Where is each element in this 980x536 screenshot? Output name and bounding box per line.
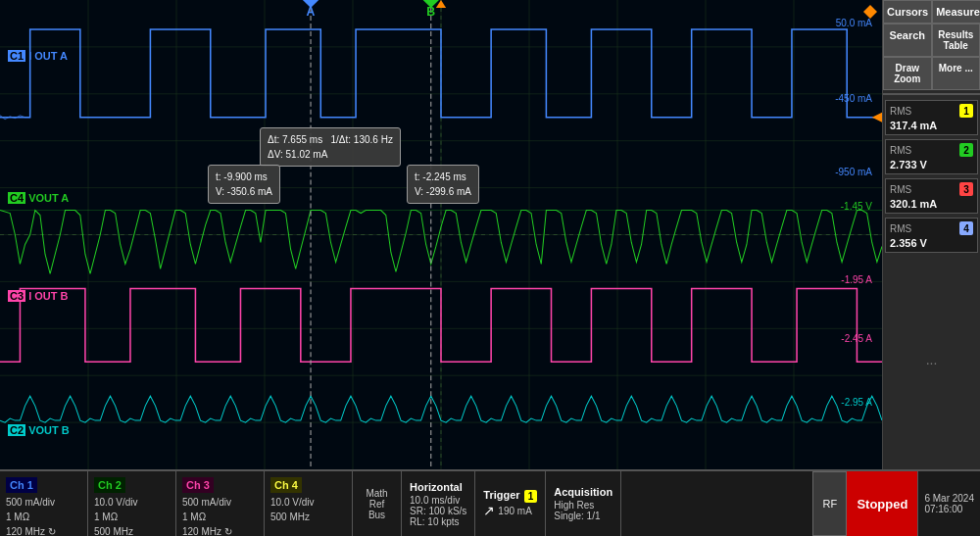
waveform-display: A B bbox=[0, 0, 882, 469]
ch3-name: I OUT B bbox=[28, 290, 68, 302]
trigger-badge: 1 bbox=[524, 490, 538, 503]
scale-145v: -1.45 V bbox=[841, 201, 872, 212]
panel-divider bbox=[883, 93, 980, 95]
rf-button[interactable]: RF bbox=[812, 471, 847, 536]
main-layout: A B C1 I OUT A C4 VOUT A C3 I OUT B C2 V… bbox=[0, 0, 980, 469]
trigger-value: 190 mA bbox=[498, 506, 531, 516]
ch1-label: C1 I OUT A bbox=[5, 49, 71, 63]
search-button[interactable]: Search bbox=[883, 24, 932, 57]
third-button-row: DrawZoom More ... bbox=[883, 57, 980, 90]
meas3-value: 320.1 mA bbox=[890, 198, 973, 210]
meas3-type: RMS bbox=[890, 184, 911, 195]
panel-dots: ··· bbox=[883, 255, 980, 469]
ch1-vdiv: 500 mA/div bbox=[6, 495, 81, 510]
top-button-row: Cursors Measure bbox=[883, 0, 980, 24]
datetime-display: 6 Mar 2024 07:16:00 bbox=[917, 471, 980, 536]
results-table-button[interactable]: ResultsTable bbox=[932, 24, 981, 57]
ch3-id: C3 bbox=[8, 290, 25, 302]
ch1-impedance: 1 MΩ bbox=[6, 510, 81, 524]
meas2-box: RMS 2 2.733 V bbox=[885, 139, 978, 174]
scale-450ma: -450 mA bbox=[835, 93, 872, 104]
stopped-label: Stopped bbox=[857, 497, 907, 512]
bottom-spacer bbox=[621, 471, 812, 536]
meas1-box: RMS 1 317.4 mA bbox=[885, 100, 978, 135]
ch4-vdiv: 10.0 V/div bbox=[270, 495, 346, 510]
trigger-title: Trigger bbox=[483, 489, 519, 501]
meas4-value: 2.356 V bbox=[890, 237, 973, 249]
ch1-bw: 120 MHz ↻ bbox=[6, 524, 81, 536]
trigger-arrow-icon: ↗ bbox=[483, 503, 495, 518]
ch4-header: Ch 4 bbox=[270, 477, 302, 493]
ch2-vdiv: 10.0 V/div bbox=[94, 495, 170, 510]
meas3-box: RMS 3 320.1 mA bbox=[885, 178, 978, 214]
horizontal-title: Horizontal bbox=[410, 481, 466, 493]
ch4-label: C4 VOUT A bbox=[5, 191, 72, 205]
trigger-arrow-row: ↗ 190 mA bbox=[483, 503, 537, 518]
ch4-id: C4 bbox=[8, 192, 25, 204]
ch4-info[interactable]: Ch 4 10.0 V/div 500 MHz bbox=[265, 471, 353, 536]
ch2-info[interactable]: Ch 2 10.0 V/div 1 MΩ 500 MHz bbox=[88, 471, 176, 536]
scale-245a: -2.45 A bbox=[841, 333, 872, 344]
ch4-bw: 500 MHz bbox=[270, 510, 346, 524]
ch1-name: I OUT A bbox=[28, 50, 68, 62]
ch4-name: VOUT A bbox=[28, 192, 69, 204]
ch3-bw: 120 MHz ↻ bbox=[182, 524, 258, 536]
svg-text:A: A bbox=[307, 5, 316, 19]
ch1-header: Ch 1 bbox=[6, 477, 37, 493]
meas4-badge: 4 bbox=[959, 221, 973, 235]
draw-zoom-button[interactable]: DrawZoom bbox=[883, 57, 932, 90]
ch3-info[interactable]: Ch 3 500 mA/div 1 MΩ 120 MHz ↻ bbox=[176, 471, 265, 536]
rf-label: RF bbox=[823, 498, 838, 510]
ch2-header: Ch 2 bbox=[94, 477, 125, 493]
scale-50ma: 50.0 mA bbox=[836, 18, 872, 28]
ref-label: Ref bbox=[369, 499, 385, 510]
stopped-button[interactable]: Stopped bbox=[847, 471, 917, 536]
ch2-id: C2 bbox=[8, 424, 25, 436]
acq-mode: High Res bbox=[554, 500, 612, 511]
scale-295a: -2.95 A bbox=[841, 397, 872, 408]
ch3-label: C3 I OUT B bbox=[5, 289, 71, 303]
scale-195a: -1.95 A bbox=[841, 274, 872, 285]
meas2-type: RMS bbox=[890, 145, 911, 156]
math-ref-bus-button[interactable]: Math Ref Bus bbox=[353, 471, 402, 536]
scope-area: A B C1 I OUT A C4 VOUT A C3 I OUT B C2 V… bbox=[0, 0, 882, 469]
meas2-badge: 2 bbox=[959, 143, 973, 157]
ch2-name: VOUT B bbox=[28, 424, 70, 436]
scale-950ma: -950 mA bbox=[835, 167, 872, 177]
trigger-info[interactable]: Trigger 1 ↗ 190 mA bbox=[475, 471, 546, 536]
svg-text:B: B bbox=[426, 5, 435, 19]
meas1-badge: 1 bbox=[959, 104, 973, 118]
horizontal-div: 10.0 ms/div bbox=[410, 495, 466, 506]
measure-button[interactable]: Measure bbox=[932, 0, 980, 24]
ch2-label: C2 VOUT B bbox=[5, 423, 73, 437]
acq-single: Single: 1/1 bbox=[554, 511, 612, 521]
meas3-badge: 3 bbox=[959, 182, 973, 196]
horizontal-sr: SR: 100 kS/s bbox=[410, 506, 466, 516]
acquisition-info[interactable]: Acquisition High Res Single: 1/1 bbox=[546, 471, 621, 536]
right-panel: Cursors Measure Search ResultsTable Draw… bbox=[882, 0, 980, 469]
meas4-box: RMS 4 2.356 V bbox=[885, 218, 978, 253]
horizontal-info[interactable]: Horizontal 10.0 ms/div SR: 100 kS/s RL: … bbox=[402, 471, 475, 536]
meas1-type: RMS bbox=[890, 106, 911, 117]
more-button[interactable]: More ... bbox=[932, 57, 981, 90]
bus-label: Bus bbox=[368, 510, 385, 520]
ch3-impedance: 1 MΩ bbox=[182, 510, 258, 524]
meas2-value: 2.733 V bbox=[890, 159, 973, 171]
meas4-type: RMS bbox=[890, 223, 911, 234]
ch3-header: Ch 3 bbox=[182, 477, 214, 493]
meas1-value: 317.4 mA bbox=[890, 120, 973, 131]
acq-title: Acquisition bbox=[554, 486, 612, 498]
ch1-id: C1 bbox=[8, 50, 25, 62]
time-display: 07:16:00 bbox=[924, 504, 974, 514]
cursors-button[interactable]: Cursors bbox=[883, 0, 932, 24]
second-button-row: Search ResultsTable bbox=[883, 24, 980, 57]
ch3-vdiv: 500 mA/div bbox=[182, 495, 258, 510]
horizontal-rl: RL: 10 kpts bbox=[410, 516, 466, 527]
ch1-info[interactable]: Ch 1 500 mA/div 1 MΩ 120 MHz ↻ bbox=[0, 471, 88, 536]
ch2-impedance: 1 MΩ bbox=[94, 510, 170, 524]
date-display: 6 Mar 2024 bbox=[924, 493, 974, 504]
math-label: Math bbox=[366, 488, 387, 499]
ch2-bw: 500 MHz bbox=[94, 524, 170, 536]
bottom-bar: Ch 1 500 mA/div 1 MΩ 120 MHz ↻ Ch 2 10.0… bbox=[0, 469, 980, 536]
